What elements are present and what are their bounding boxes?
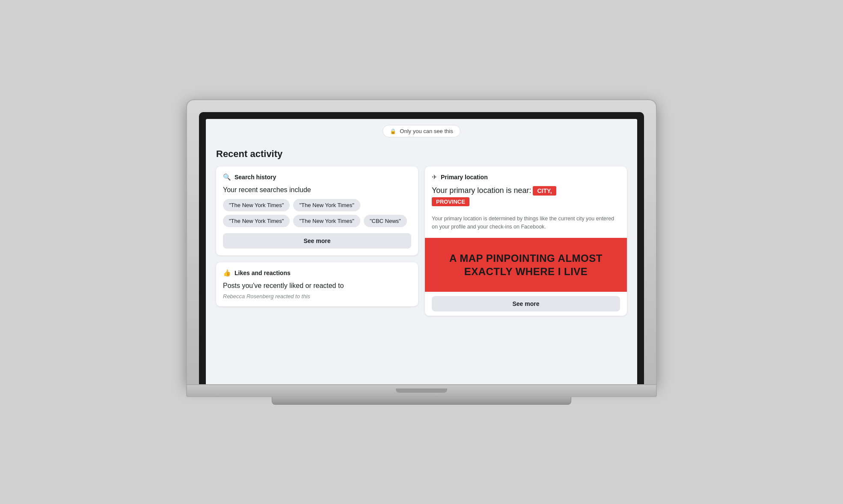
tag-nyt-2[interactable]: "The New York Times" [293,199,360,211]
content-area: Recent activity 🔍 Search history Your re… [206,142,637,316]
screen: 🔒 Only you can see this Recent activity [206,119,637,384]
privacy-bar: 🔒 Only you can see this [206,119,637,142]
tag-nyt-1[interactable]: "The New York Times" [223,199,290,211]
near-text-label: Your primary location is near: [432,186,531,195]
search-see-more-button[interactable]: See more [223,233,411,249]
laptop-base [186,385,657,397]
primary-location-card: ✈ Primary location Your primary location… [425,166,627,316]
likes-preview-text: Rebecca Rosenberg reacted to this [223,293,411,299]
map-placeholder-text: A MAP PINPOINTING ALMOST EXACTLY WHERE I… [432,252,620,278]
laptop-body: 🔒 Only you can see this Recent activity [186,99,657,385]
location-see-more-button[interactable]: See more [432,296,620,311]
two-col-layout: 🔍 Search history Your recent searches in… [216,166,627,316]
likes-intro-text: Posts you've recently liked or reacted t… [223,282,411,290]
search-icon: 🔍 [223,173,231,181]
search-history-title: Search history [234,174,276,181]
section-title: Recent activity [216,148,627,160]
only-you-pill: 🔒 Only you can see this [383,125,460,137]
likes-card-title: Likes and reactions [234,270,291,276]
city-badge: CITY, [533,186,556,196]
plane-icon: ✈ [432,173,437,181]
only-you-text: Only you can see this [400,128,453,134]
location-near-row: Your primary location is near: CITY, [432,186,620,196]
province-badge: PROVINCE [432,197,469,206]
tag-nyt-3[interactable]: "The New York Times" [223,215,290,227]
likes-reactions-card: 👍 Likes and reactions Posts you've recen… [216,262,418,306]
lock-icon: 🔒 [390,128,396,134]
primary-location-title: Primary location [441,174,488,181]
thumbs-up-icon: 👍 [223,269,231,277]
laptop-notch [396,388,447,393]
location-see-more-area: See more [425,292,627,316]
card-header: 🔍 Search history [223,173,411,181]
location-description: Your primary location is determined by t… [432,215,620,231]
location-header-area: ✈ Primary location Your primary location… [425,166,627,238]
tag-nyt-4[interactable]: "The New York Times" [293,215,360,227]
search-history-card: 🔍 Search history Your recent searches in… [216,166,418,255]
location-title-row: ✈ Primary location [432,173,620,181]
screen-bezel: 🔒 Only you can see this Recent activity [199,112,644,384]
search-tags: "The New York Times" "The New York Times… [223,199,411,227]
laptop-stand [272,397,571,405]
search-intro-text: Your recent searches include [223,186,411,194]
map-placeholder: A MAP PINPOINTING ALMOST EXACTLY WHERE I… [425,238,627,292]
tag-cbc[interactable]: "CBC News" [364,215,407,227]
right-column: ✈ Primary location Your primary location… [425,166,627,316]
left-column: 🔍 Search history Your recent searches in… [216,166,418,316]
likes-card-header: 👍 Likes and reactions [223,269,411,277]
laptop-frame: 🔒 Only you can see this Recent activity [186,99,657,405]
